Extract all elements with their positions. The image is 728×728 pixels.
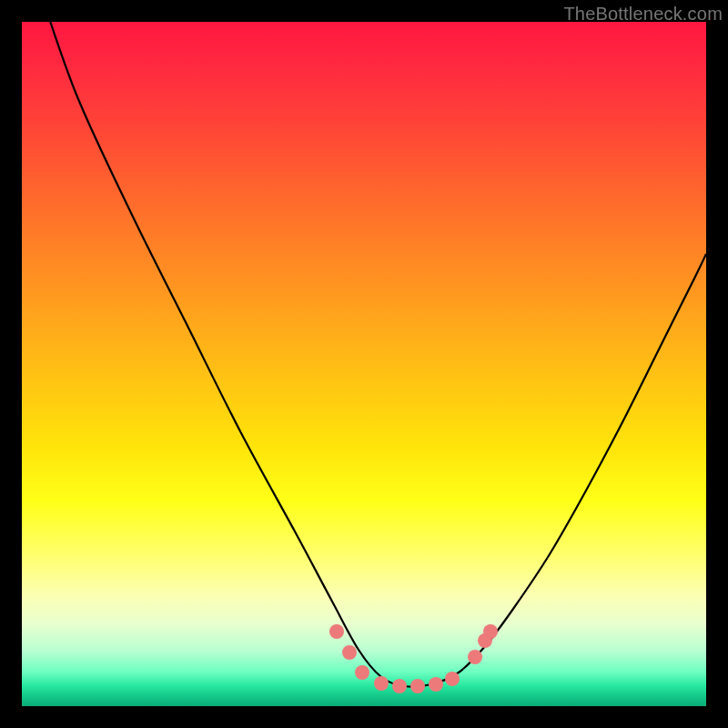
pink-marker — [374, 676, 389, 691]
pink-marker — [445, 672, 460, 686]
pink-marker — [429, 677, 443, 692]
chart-frame — [22, 22, 706, 706]
pink-marker — [342, 645, 357, 660]
marker-group — [329, 624, 498, 693]
bottleneck-curve — [38, 22, 706, 687]
pink-marker — [468, 650, 482, 664]
pink-marker — [410, 679, 425, 693]
pink-marker — [329, 624, 344, 639]
watermark-text: TheBottleneck.com — [563, 4, 723, 25]
pink-marker — [355, 665, 369, 680]
chart-svg — [22, 22, 706, 706]
pink-marker — [483, 624, 498, 639]
pink-marker — [392, 679, 407, 693]
